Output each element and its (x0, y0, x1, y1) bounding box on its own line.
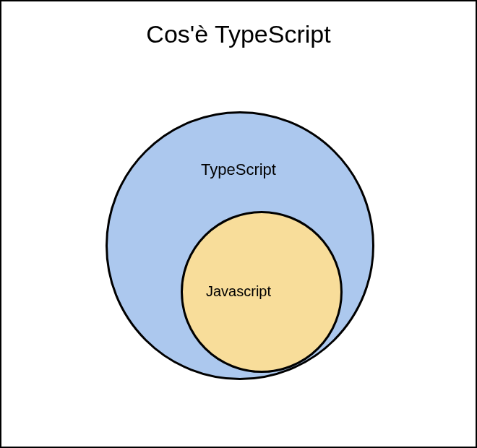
superset-label: TypeScript (1, 160, 476, 179)
diagram-title: Cos'è TypeScript (1, 20, 476, 48)
subset-label: Javascript (1, 283, 476, 300)
diagram-frame: Cos'è TypeScript TypeScript Javascript (0, 0, 477, 448)
